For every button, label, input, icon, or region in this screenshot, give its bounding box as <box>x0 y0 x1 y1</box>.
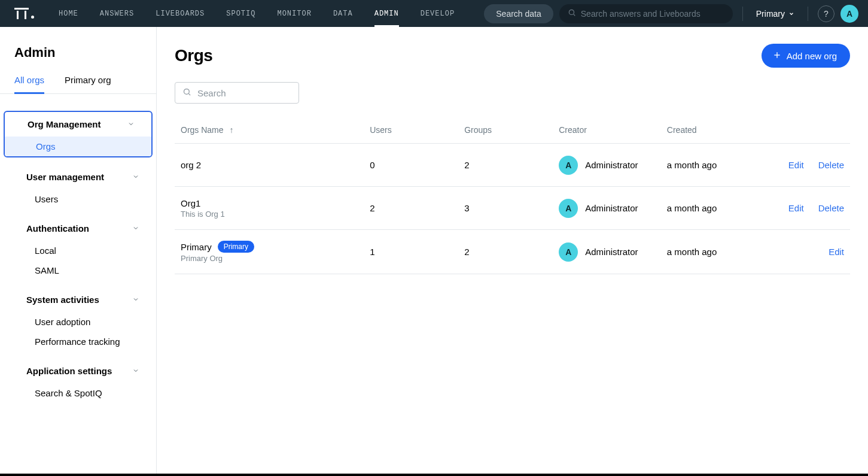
filter-search-input[interactable] <box>197 88 291 98</box>
side-group-title: Authentication <box>26 223 89 234</box>
cell-groups: 3 <box>458 187 553 230</box>
help-button[interactable]: ? <box>818 5 835 22</box>
side-item-users[interactable]: Users <box>0 189 156 209</box>
org-name: org 2 <box>181 160 201 170</box>
col-header-users[interactable]: Users <box>364 118 458 144</box>
orgs-table: Orgs Name ↑ Users Groups Creator Created… <box>175 118 850 274</box>
nav-item-data[interactable]: DATA <box>322 0 364 27</box>
cell-created: a month ago <box>661 144 756 187</box>
org-switcher[interactable]: Primary <box>753 9 798 19</box>
page-title: Orgs <box>175 46 212 65</box>
logo[interactable] <box>0 8 48 19</box>
side-group-title: Application settings <box>26 366 112 376</box>
org-description: Primary Org <box>181 254 358 263</box>
col-header-actions <box>756 118 850 144</box>
col-header-groups[interactable]: Groups <box>458 118 553 144</box>
chevron-down-icon <box>132 172 139 182</box>
svg-point-0 <box>569 10 574 14</box>
org-name: Org1 <box>181 198 200 208</box>
side-group-user-management: User management Users <box>0 165 156 209</box>
side-group-header-authentication[interactable]: Authentication <box>0 216 156 241</box>
chevron-down-icon <box>127 119 135 129</box>
side-item-local[interactable]: Local <box>0 241 156 260</box>
delete-link[interactable]: Delete <box>818 203 844 213</box>
chevron-down-icon <box>132 223 139 234</box>
primary-badge: Primary <box>218 241 254 253</box>
org-name: Primary <box>181 242 212 252</box>
side-group-title: System activities <box>26 295 99 305</box>
nav-items: HOMEANSWERSLIVEBOARDSSPOTIQMONITORDATAAD… <box>48 0 465 27</box>
content: Orgs Add new org Orgs Name ↑ <box>157 27 868 474</box>
side-group-authentication: Authentication Local SAML <box>0 216 156 280</box>
nav-item-home[interactable]: HOME <box>48 0 89 27</box>
plus-icon <box>772 50 782 62</box>
sort-ascending-icon: ↑ <box>229 125 233 135</box>
separator <box>808 7 808 21</box>
side-group-header-org-management[interactable]: Org Management <box>5 112 151 137</box>
side-group-title: Org Management <box>28 119 101 129</box>
nav-item-liveboards[interactable]: LIVEBOARDS <box>145 0 215 27</box>
table-row[interactable]: PrimaryPrimaryPrimary Org12AAdministrato… <box>175 230 850 274</box>
side-group-application-settings: Application settings Search & SpotIQ <box>0 359 156 403</box>
nav-item-spotiq[interactable]: SPOTIQ <box>215 0 266 27</box>
search-answers-input[interactable] <box>581 9 724 19</box>
creator-avatar: A <box>559 156 578 175</box>
nav-item-admin[interactable]: ADMIN <box>364 0 410 27</box>
cell-created: a month ago <box>661 230 756 274</box>
separator <box>742 7 743 21</box>
nav-item-answers[interactable]: ANSWERS <box>89 0 145 27</box>
delete-link[interactable]: Delete <box>818 160 844 170</box>
cell-users: 2 <box>364 187 458 230</box>
edit-link[interactable]: Edit <box>788 203 804 213</box>
side-item-orgs[interactable]: Orgs <box>5 137 151 156</box>
cell-actions: EditDelete <box>756 187 850 230</box>
sidebar-title: Admin <box>0 45 156 70</box>
side-group-header-system-activities[interactable]: System activities <box>0 287 156 312</box>
org-switcher-label: Primary <box>756 9 785 19</box>
creator-name: Administrator <box>585 247 638 257</box>
svg-line-1 <box>573 14 575 16</box>
chevron-down-icon <box>132 366 139 376</box>
table-row[interactable]: org 202AAdministratora month agoEditDele… <box>175 144 850 187</box>
search-icon <box>182 87 191 99</box>
side-item-performance-tracking[interactable]: Performance tracking <box>0 332 156 351</box>
search-icon <box>568 8 576 19</box>
sidebar-subtabs: All orgs Primary org <box>0 70 156 94</box>
cell-actions: Edit <box>756 230 850 274</box>
edit-link[interactable]: Edit <box>788 160 804 170</box>
chevron-down-icon <box>788 9 794 19</box>
col-header-created[interactable]: Created <box>661 118 756 144</box>
creator-avatar: A <box>559 199 578 218</box>
subtab-all-orgs[interactable]: All orgs <box>14 70 44 94</box>
cell-groups: 2 <box>458 230 553 274</box>
col-header-name-label: Orgs Name <box>181 125 224 135</box>
chevron-down-icon <box>132 295 139 305</box>
user-avatar[interactable]: A <box>840 5 858 23</box>
sidebar: Admin All orgs Primary org Org Managemen… <box>0 27 157 474</box>
col-header-creator[interactable]: Creator <box>553 118 661 144</box>
subtab-primary-org[interactable]: Primary org <box>65 70 111 93</box>
add-new-org-button[interactable]: Add new org <box>762 44 850 68</box>
cell-users: 1 <box>364 230 458 274</box>
side-group-header-user-management[interactable]: User management <box>0 165 156 189</box>
side-item-user-adoption[interactable]: User adoption <box>0 312 156 332</box>
side-item-saml[interactable]: SAML <box>0 260 156 280</box>
search-answers-container <box>559 4 733 23</box>
svg-line-5 <box>188 93 190 95</box>
cell-creator: AAdministrator <box>553 144 661 187</box>
side-group-header-application-settings[interactable]: Application settings <box>0 359 156 383</box>
cell-creator: AAdministrator <box>553 230 661 274</box>
creator-name: Administrator <box>585 160 638 170</box>
org-description: This is Org 1 <box>181 210 358 219</box>
search-data-button[interactable]: Search data <box>484 4 553 23</box>
creator-name: Administrator <box>585 203 638 213</box>
nav-item-develop[interactable]: DEVELOP <box>410 0 465 27</box>
table-row[interactable]: Org1This is Org 123AAdministratora month… <box>175 187 850 230</box>
nav-item-monitor[interactable]: MONITOR <box>266 0 322 27</box>
side-group-org-management: Org Management Orgs <box>4 111 153 157</box>
top-nav: HOMEANSWERSLIVEBOARDSSPOTIQMONITORDATAAD… <box>0 0 868 27</box>
edit-link[interactable]: Edit <box>829 247 844 257</box>
col-header-name[interactable]: Orgs Name ↑ <box>175 118 364 144</box>
side-item-search-spotiq[interactable]: Search & SpotIQ <box>0 383 156 403</box>
svg-point-4 <box>184 89 190 94</box>
